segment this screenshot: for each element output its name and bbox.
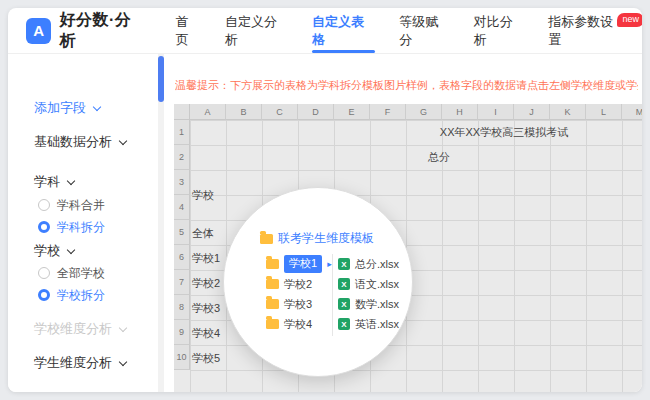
row-header: 3 [174, 170, 190, 195]
sheet-cell: 学校1 [192, 251, 220, 266]
sidebar-option-school-2[interactable]: 学校拆分 [8, 284, 158, 306]
nav-item-1[interactable]: 首页 [176, 8, 201, 53]
column-header: F [370, 104, 406, 120]
nav-item-4[interactable]: 等级赋分 [399, 8, 450, 53]
sidebar: 添加字段 基础数据分析 学科 学科合并学科拆分 学校 全部学校学校拆分 学校维度… [8, 54, 158, 392]
add-field-label: 添加字段 [34, 99, 86, 117]
file-item-2: X语文.xlsx [338, 274, 399, 294]
folder-icon [266, 259, 279, 269]
nav-item-3[interactable]: 自定义表格 [312, 8, 375, 53]
chevron-down-icon [67, 245, 75, 253]
nav-item-2[interactable]: 自定义分析 [225, 8, 288, 53]
new-badge: new [617, 13, 642, 27]
column-header: B [226, 104, 262, 120]
option-label: 学科拆分 [57, 219, 105, 236]
row-header: 9 [174, 320, 190, 345]
sidebar-item-school-dimension[interactable]: 学校维度分析 [8, 316, 158, 342]
subject-options: 学科合并学科拆分 [8, 194, 158, 238]
app-logo-icon: A [26, 18, 51, 44]
chevron-down-icon [93, 102, 101, 110]
school-dimension-label: 学校维度分析 [34, 320, 112, 338]
basic-analysis-label: 基础数据分析 [34, 133, 112, 151]
column-header: A [190, 104, 226, 120]
top-navbar: A 好分数·分析 首页自定义分析自定义表格等级赋分对比分析指标参数设置new [8, 8, 642, 54]
exam-title-cell: XX年XX学校高三模拟考试 [374, 125, 634, 140]
sidebar-option-subject-2[interactable]: 学科拆分 [8, 216, 158, 238]
nav-item-label: 首页 [176, 13, 201, 49]
sidebar-scrollbar [158, 54, 164, 392]
column-headers: ABCDEFGHIJKLM [190, 104, 642, 120]
magnifier-files: X总分.xlsxX语文.xlsxX数学.xlsxX英语.xlsx [338, 254, 399, 334]
excel-icon: X [338, 278, 350, 290]
brand: A 好分数·分析 [26, 8, 146, 53]
option-label: 全部学校 [57, 265, 105, 282]
sheet-cell: 学校3 [192, 301, 220, 316]
nav-item-5[interactable]: 对比分析 [474, 8, 525, 53]
column-header: K [550, 104, 586, 120]
column-header: L [586, 104, 622, 120]
submenu-arrow-icon: ▸ [327, 259, 332, 269]
column-header: G [406, 104, 442, 120]
column-header: H [442, 104, 478, 120]
sidebar-item-basic-analysis[interactable]: 基础数据分析 [8, 130, 158, 154]
score-header-cell: 总分 [374, 150, 504, 165]
nav-menu: 首页自定义分析自定义表格等级赋分对比分析指标参数设置new [176, 8, 624, 53]
chevron-down-icon [119, 357, 127, 365]
nav-item-label: 自定义分析 [225, 13, 288, 49]
nav-item-6[interactable]: 指标参数设置new [548, 8, 624, 53]
sidebar-option-school-1[interactable]: 全部学校 [8, 262, 158, 284]
scrollbar-thumb[interactable] [158, 56, 164, 102]
excel-icon: X [338, 318, 350, 330]
excel-icon: X [338, 258, 350, 270]
file-item-1: X总分.xlsx [338, 254, 399, 274]
file-item-3: X数学.xlsx [338, 294, 399, 314]
excel-icon: X [338, 298, 350, 310]
sidebar-group-subject[interactable]: 学科 [8, 170, 158, 194]
row-header: 2 [174, 145, 190, 170]
file-label: 语文.xlsx [355, 277, 399, 292]
folder-label: 学校2 [284, 277, 312, 292]
add-field-button[interactable]: 添加字段 [8, 96, 158, 120]
magnifier-overlay: 联考学生维度模板 学校1▸学校2学校3学校4 X总分.xlsxX语文.xlsxX… [223, 187, 413, 377]
folder-icon [266, 299, 279, 309]
folder-label: 学校4 [284, 317, 312, 332]
sheet-corner [174, 104, 190, 120]
file-label: 数学.xlsx [355, 297, 399, 312]
radio-icon [38, 267, 50, 279]
app-title: 好分数·分析 [59, 10, 145, 52]
chevron-down-icon [67, 176, 75, 184]
chevron-down-icon [119, 323, 127, 331]
school-options: 全部学校学校拆分 [8, 262, 158, 306]
folder-item-2: 学校2 [266, 274, 332, 294]
folder-icon [260, 234, 273, 244]
column-header: D [298, 104, 334, 120]
row-header: 4 [174, 195, 190, 220]
radio-icon [38, 221, 50, 233]
folder-item-4: 学校4 [266, 314, 332, 334]
root-folder-label: 联考学生维度模板 [278, 230, 374, 247]
content-area: 添加字段 基础数据分析 学科 学科合并学科拆分 学校 全部学校学校拆分 学校维度… [8, 54, 642, 392]
nav-item-label: 自定义表格 [312, 13, 375, 49]
column-header: C [262, 104, 298, 120]
sheet-cell: 全体 [192, 226, 214, 241]
row-header: 6 [174, 245, 190, 270]
magnifier-folders: 学校1▸学校2学校3学校4 [266, 254, 332, 334]
file-label: 总分.xlsx [355, 257, 399, 272]
sheet-cell: 学校4 [192, 326, 220, 341]
file-label: 英语.xlsx [355, 317, 399, 332]
column-header: J [514, 104, 550, 120]
app-window: A 好分数·分析 首页自定义分析自定义表格等级赋分对比分析指标参数设置new 添… [8, 8, 642, 392]
row-header: 5 [174, 220, 190, 245]
sidebar-item-student-dimension[interactable]: 学生维度分析 [8, 350, 158, 376]
option-label: 学科合并 [57, 197, 105, 214]
nav-item-label: 指标参数设置 [548, 13, 624, 49]
subject-group-label: 学科 [34, 173, 60, 191]
row-group-header-cell: 学校 [192, 188, 214, 203]
sheet-cell: 学校5 [192, 351, 220, 366]
file-item-4: X英语.xlsx [338, 314, 399, 334]
sidebar-option-subject-1[interactable]: 学科合并 [8, 194, 158, 216]
school-group-label: 学校 [34, 242, 60, 260]
sidebar-group-school[interactable]: 学校 [8, 240, 158, 262]
chevron-down-icon [119, 136, 127, 144]
folder-item-1: 学校1▸ [266, 254, 332, 274]
